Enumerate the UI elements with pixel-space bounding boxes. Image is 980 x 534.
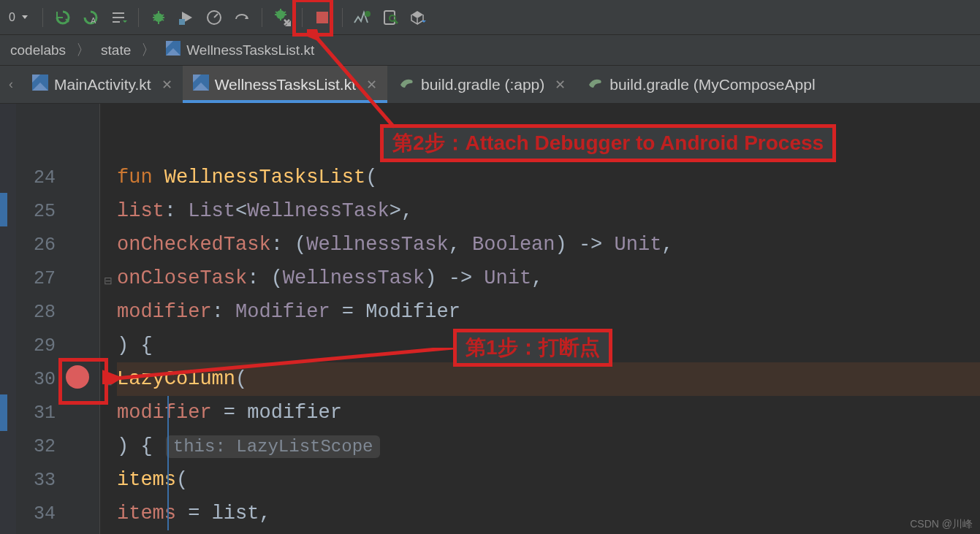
breakpoint-marker[interactable] <box>66 365 89 389</box>
editor-area: 24 25 26 27 28 29 30 31 32 33 34 ⊟ ⊟ fun… <box>0 104 980 534</box>
editor-tabs: ‹ MainActivity.kt ✕ WellnessTasksList.kt… <box>0 66 980 104</box>
separator <box>342 8 343 27</box>
app-inspection-icon[interactable] <box>378 5 403 30</box>
indent-guide <box>167 463 169 497</box>
watermark: CSDN @川峰 <box>910 518 973 531</box>
step-over-icon[interactable] <box>229 5 254 30</box>
lineno: 33 <box>16 463 60 497</box>
code-line: onCloseTask: (WellnessTask) -> Unit, <box>117 262 980 295</box>
lineno: 26 <box>16 228 60 262</box>
code-line: fun WellnessTasksList( <box>117 161 980 194</box>
fold-gutter: ⊟ ⊟ <box>99 104 117 534</box>
svg-rect-3 <box>179 19 185 25</box>
annotation-step1: 第1步：打断点 <box>453 329 612 367</box>
tab-build-gradle-app[interactable]: build.gradle (:app) ✕ <box>387 66 576 103</box>
kotlin-file-icon <box>193 75 209 94</box>
indent-guide <box>167 497 169 530</box>
lineno: 25 <box>16 194 60 228</box>
tab-scroll-left[interactable]: ‹ <box>0 66 22 103</box>
rerun-icon[interactable]: A <box>78 5 103 30</box>
close-icon[interactable]: ✕ <box>162 77 172 93</box>
code-line: items = list, <box>117 497 980 530</box>
profiler-icon[interactable] <box>350 5 375 30</box>
code-line: LazyColumn( <box>117 362 980 396</box>
annotation-step2: 第2步：Attach Debugger to Android Process <box>380 124 836 162</box>
tab-label: build.gradle (:app) <box>421 76 544 94</box>
breadcrumb-item[interactable]: state <box>101 42 131 58</box>
tab-wellnesstaskslist[interactable]: WellnessTasksList.kt ✕ <box>183 66 387 103</box>
inlay-hint: this: LazyListScope <box>166 435 381 458</box>
breadcrumb-bar: codelabs 〉 state 〉 WellnessTasksList.kt <box>0 35 980 66</box>
breakpoint-gutter[interactable] <box>60 104 99 534</box>
code-content[interactable]: fun WellnessTasksList( list: List<Wellne… <box>117 104 980 534</box>
tab-mainactivity[interactable]: MainActivity.kt ✕ <box>22 66 183 103</box>
marker-gutter <box>0 104 16 534</box>
indent-guide <box>167 430 169 463</box>
chevron-right-icon: 〉 <box>76 40 91 60</box>
fold-toggle-icon[interactable]: ⊟ <box>104 275 114 285</box>
lineno: 31 <box>16 396 60 430</box>
chevron-right-icon: 〉 <box>141 40 156 60</box>
breadcrumb-item[interactable]: codelabs <box>10 42 66 58</box>
attach-debugger-icon[interactable] <box>270 5 295 30</box>
profile-icon[interactable] <box>202 5 227 30</box>
vcs-change-marker <box>0 193 7 226</box>
lineno: 30 <box>16 362 60 396</box>
separator <box>302 8 303 27</box>
gradle-icon <box>586 75 604 94</box>
breadcrumb-file[interactable]: WellnessTasksList.kt <box>186 42 314 58</box>
tab-label: MainActivity.kt <box>54 76 151 94</box>
dropdown-closed[interactable]: 0 <box>6 9 35 26</box>
debug-icon[interactable] <box>146 5 171 30</box>
run-coverage-icon[interactable] <box>174 5 199 30</box>
separator <box>138 8 139 27</box>
stop-icon[interactable] <box>310 5 335 30</box>
svg-text:A: A <box>91 16 96 25</box>
svg-rect-6 <box>316 12 328 23</box>
code-line: ) { this: LazyListScope <box>117 430 980 463</box>
code-line: modifier: Modifier = Modifier <box>117 295 980 329</box>
code-line: modifier = modifier <box>117 396 980 430</box>
lineno: 24 <box>16 161 60 194</box>
code-line: onCheckedTask: (WellnessTask, Boolean) -… <box>117 228 980 262</box>
lineno: 28 <box>16 295 60 329</box>
kotlin-file-icon <box>32 75 48 94</box>
gradle-icon <box>398 75 415 94</box>
vcs-change-marker <box>0 394 7 431</box>
code-line: items( <box>117 463 980 497</box>
tab-label: WellnessTasksList.kt <box>215 76 356 94</box>
list-icon[interactable] <box>106 5 131 30</box>
tab-label: build.gradle (MyComposeAppl <box>609 76 815 94</box>
lineno: 29 <box>16 329 60 362</box>
close-icon[interactable]: ✕ <box>555 77 566 93</box>
separator <box>42 8 43 27</box>
tab-build-gradle-project[interactable]: build.gradle (MyComposeAppl <box>576 66 825 103</box>
lineno: 34 <box>16 497 60 530</box>
svg-point-7 <box>365 11 371 17</box>
sdk-icon[interactable] <box>406 5 430 30</box>
lineno: 27 <box>16 262 60 295</box>
indent-guide <box>167 396 169 430</box>
kotlin-file-icon <box>166 41 181 59</box>
run-with-coverage-icon[interactable] <box>50 5 75 30</box>
toolbar: 0 A <box>0 0 980 35</box>
separator <box>262 8 262 27</box>
fold-toggle-icon[interactable]: ⊟ <box>104 375 114 386</box>
lineno: 32 <box>16 430 60 463</box>
line-number-gutter[interactable]: 24 25 26 27 28 29 30 31 32 33 34 <box>16 104 60 534</box>
close-icon[interactable]: ✕ <box>366 77 377 93</box>
svg-text:0: 0 <box>9 11 15 23</box>
code-line: list: List<WellnessTask>, <box>117 194 980 228</box>
